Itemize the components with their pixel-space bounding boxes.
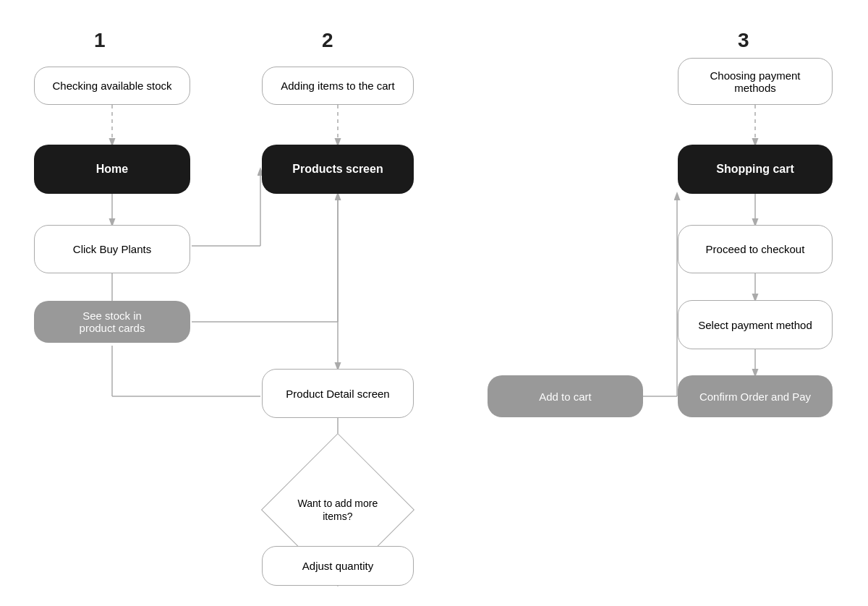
flowchart-diagram: 1 2 3 Checking available stock Home Clic… xyxy=(0,0,868,606)
shopping-cart-node: Shopping cart xyxy=(678,145,833,194)
adding-items-node: Adding items to the cart xyxy=(262,67,414,105)
section-3-label: 3 xyxy=(738,29,749,52)
click-buy-plants-node: Click Buy Plants xyxy=(34,225,190,273)
adjust-quantity-node: Adjust quantity xyxy=(262,546,414,586)
section-1-label: 1 xyxy=(94,29,106,52)
product-detail-node: Product Detail screen xyxy=(262,369,414,418)
add-to-cart-node: Add to cart xyxy=(488,375,643,417)
checking-stock-node: Checking available stock xyxy=(34,67,190,105)
home-node: Home xyxy=(34,145,190,194)
confirm-pay-node: Confirm Order and Pay xyxy=(678,375,833,417)
choosing-payment-node: Choosing payment methods xyxy=(678,58,833,105)
section-2-label: 2 xyxy=(322,29,333,52)
see-stock-node: See stock in product cards xyxy=(34,301,190,343)
proceed-checkout-node: Proceed to checkout xyxy=(678,225,833,273)
products-screen-node: Products screen xyxy=(262,145,414,194)
select-payment-node: Select payment method xyxy=(678,300,833,349)
